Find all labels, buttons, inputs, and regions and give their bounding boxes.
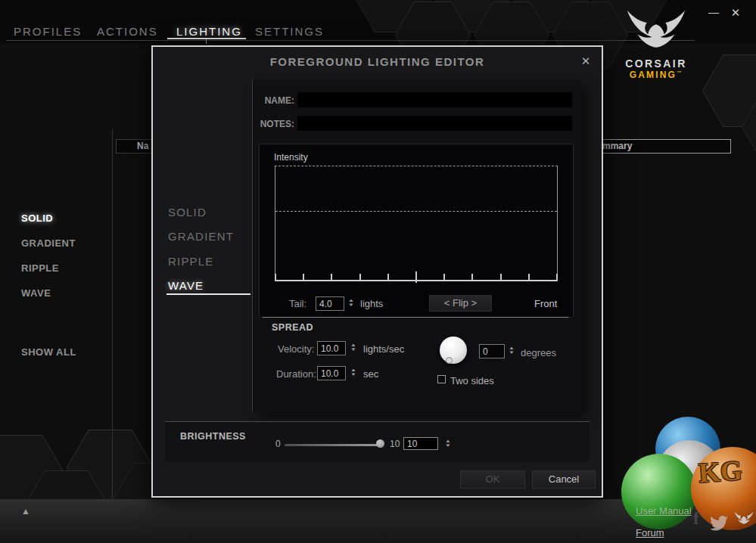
axis-tick xyxy=(359,274,361,280)
nav-active-underline xyxy=(167,38,246,39)
axis-center-tick xyxy=(415,272,417,283)
axis-tick xyxy=(331,274,332,280)
brightness-slider[interactable] xyxy=(285,444,381,446)
duration-label: Duration: xyxy=(276,368,316,380)
sidebar-item-wave[interactable]: WAVE xyxy=(21,287,51,299)
spinner-down-icon[interactable]: ▼ xyxy=(348,372,359,377)
tail-label: Tail: xyxy=(289,298,306,309)
front-label: Front xyxy=(534,298,557,309)
flip-button[interactable]: < Flip > xyxy=(429,295,492,312)
duration-unit: sec xyxy=(363,368,378,380)
facebook-icon[interactable]: f xyxy=(693,508,699,529)
ok-button[interactable]: OK xyxy=(460,470,525,489)
brightness-slider-handle[interactable] xyxy=(376,439,384,448)
degrees-stepper[interactable]: ▲ ▼ xyxy=(508,346,515,355)
nav-underline xyxy=(6,40,695,41)
minimize-button[interactable]: — xyxy=(706,6,721,21)
velocity-label: Velocity: xyxy=(278,343,314,355)
axis-tick xyxy=(556,274,558,280)
spread-divider xyxy=(263,317,568,318)
watermark-text: KG xyxy=(698,454,743,489)
duration-input[interactable] xyxy=(317,366,346,380)
brand-sub: GAMING™ xyxy=(615,70,697,80)
twitter-icon[interactable] xyxy=(710,516,728,534)
spinner-down-icon[interactable]: ▼ xyxy=(346,303,356,307)
tab-settings[interactable]: SETTINGS xyxy=(255,25,324,38)
tab-profiles[interactable]: PROFILES xyxy=(14,25,82,38)
brand-name: CORSAIR xyxy=(615,57,697,70)
two-sides-label: Two sides xyxy=(450,375,494,386)
close-button[interactable]: ✕ xyxy=(728,6,743,21)
brightness-min-label: 0 xyxy=(275,439,281,449)
velocity-unit: lights/sec xyxy=(363,343,404,355)
sidebar-item-solid[interactable]: SOLID xyxy=(21,213,53,224)
forum-link[interactable]: Forum xyxy=(636,527,664,538)
velocity-stepper[interactable]: ▲ ▼ xyxy=(350,343,357,352)
sidebar-divider xyxy=(112,129,113,499)
foreground-lighting-editor-dialog: FOREGROUND LIGHTING EDITOR ✕ SOLID GRADI… xyxy=(151,45,603,498)
tail-unit: lights xyxy=(360,298,383,309)
intensity-guide-line xyxy=(275,211,557,212)
axis-tick xyxy=(387,274,389,280)
spinner-down-icon[interactable]: ▼ xyxy=(443,443,453,448)
spinner-down-icon[interactable]: ▼ xyxy=(506,350,517,355)
degrees-input[interactable] xyxy=(479,344,505,358)
dialog-tab-solid[interactable]: SOLID xyxy=(168,206,207,219)
sidebar-item-ripple[interactable]: RIPPLE xyxy=(21,262,59,274)
notes-label: NOTES: xyxy=(253,119,294,129)
dialog-tab-wave[interactable]: WAVE xyxy=(168,279,204,292)
app-window: PROFILES ACTIONS LIGHTING SETTINGS — ✕ C… xyxy=(0,0,756,543)
trademark: ™ xyxy=(677,70,683,75)
sidebar-item-show-all[interactable]: SHOW ALL xyxy=(21,346,76,358)
axis-tick xyxy=(500,274,502,280)
axis-tick xyxy=(471,274,473,280)
spread-title: SPREAD xyxy=(272,322,313,333)
degrees-unit: degrees xyxy=(521,347,556,358)
sidebar-item-gradient[interactable]: GRADIENT xyxy=(21,237,76,249)
tail-input[interactable] xyxy=(316,296,344,311)
axis-tick xyxy=(275,274,276,280)
brightness-stepper[interactable]: ▲ ▼ xyxy=(444,439,452,448)
intensity-chart[interactable] xyxy=(275,166,558,281)
notes-input[interactable] xyxy=(297,116,572,131)
tail-stepper[interactable]: ▲ ▼ xyxy=(347,298,355,307)
user-manual-link[interactable]: User Manual xyxy=(636,505,692,517)
brightness-title: BRIGHTNESS xyxy=(180,431,246,442)
wave-settings-panel: NAME: NOTES: Intensity xyxy=(252,79,581,412)
axis-tick xyxy=(443,274,445,280)
knob-indicator-dot xyxy=(446,357,453,364)
corsair-sails-icon xyxy=(621,9,691,53)
dialog-close-icon[interactable]: ✕ xyxy=(578,54,593,70)
direction-knob[interactable] xyxy=(440,337,467,364)
dialog-tab-ripple[interactable]: RIPPLE xyxy=(168,255,214,268)
watermark-gray-sphere xyxy=(657,440,722,505)
spinner-down-icon[interactable]: ▼ xyxy=(348,347,359,352)
watermark-blue-sphere xyxy=(655,417,720,482)
velocity-input[interactable] xyxy=(317,341,346,355)
corsair-logo: CORSAIR GAMING™ xyxy=(615,9,697,80)
tab-lighting[interactable]: LIGHTING xyxy=(176,25,242,38)
dialog-tab-active-underline xyxy=(166,293,250,295)
nav-active-tick xyxy=(206,39,207,44)
name-input[interactable] xyxy=(297,92,572,107)
intensity-label: Intensity xyxy=(274,152,308,163)
duration-stepper[interactable]: ▲ ▼ xyxy=(350,368,357,377)
intensity-chart-panel: Intensity Tail: xyxy=(259,144,574,318)
corsair-sails-small-icon[interactable] xyxy=(733,511,755,529)
cancel-button[interactable]: Cancel xyxy=(532,470,596,489)
brightness-max-label: 10 xyxy=(390,439,400,449)
expand-arrow-icon[interactable]: ▲ xyxy=(21,506,30,517)
axis-tick xyxy=(303,274,304,280)
tab-actions[interactable]: ACTIONS xyxy=(97,25,158,38)
dialog-tab-gradient[interactable]: GRADIENT xyxy=(168,230,234,243)
two-sides-checkbox[interactable] xyxy=(437,375,446,383)
brightness-section: BRIGHTNESS 0 10 ▲ ▼ xyxy=(165,421,590,461)
name-label: NAME: xyxy=(253,95,294,106)
axis-tick xyxy=(528,274,530,280)
dialog-title: FOREGROUND LIGHTING EDITOR xyxy=(153,55,602,68)
brightness-input[interactable] xyxy=(403,437,438,450)
